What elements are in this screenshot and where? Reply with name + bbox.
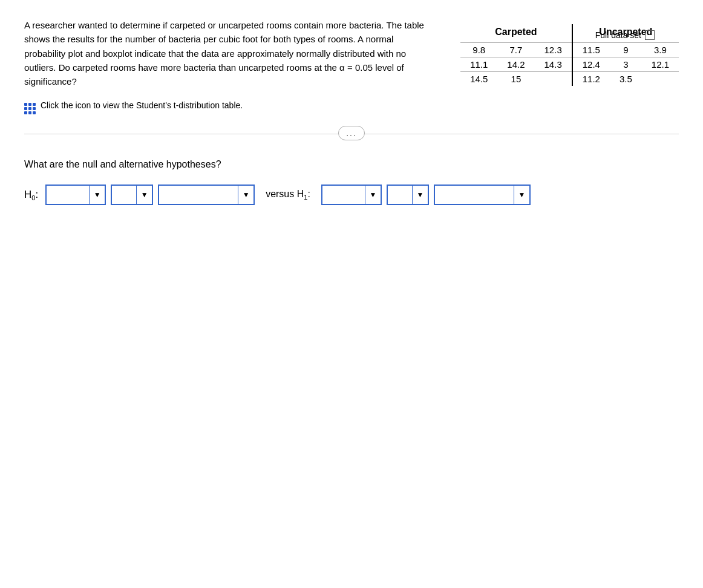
table-row: 14.5 15 11.2 3.5 [460, 72, 679, 87]
h1-dropdown-3-text [435, 192, 514, 197]
table-cell: 12.4 [572, 57, 610, 72]
full-dataset-link[interactable]: Full data set [595, 30, 655, 40]
h1-dropdown-2[interactable]: ▼ [387, 185, 429, 205]
hypothesis-row: H0: ▼ ▼ ▼ versus H1: ▼ [24, 185, 679, 205]
bottom-section: What are the null and alternative hypoth… [24, 159, 679, 205]
table-cell: 9.8 [460, 43, 497, 57]
h1-dropdown-2-arrow[interactable]: ▼ [412, 186, 428, 204]
table-cell: 12.3 [535, 43, 572, 57]
h0-subscript: 0 [31, 194, 35, 201]
problem-text: A researcher wanted to determine if carp… [24, 18, 436, 114]
table-cell: 11.5 [572, 43, 610, 57]
h0-dropdown-3-arrow[interactable]: ▼ [238, 186, 253, 204]
h0-dropdown-3[interactable]: ▼ [158, 185, 255, 205]
h0-dropdown-2[interactable]: ▼ [111, 185, 153, 205]
h1-subscript: 1 [304, 194, 307, 201]
table-cell: 15 [497, 72, 534, 87]
h0-dropdown-1[interactable]: ▼ [45, 185, 106, 205]
table-row: 9.8 7.7 12.3 11.5 9 3.9 [460, 43, 679, 57]
problem-paragraph: A researcher wanted to determine if carp… [24, 18, 436, 88]
h1-dropdown-3[interactable]: ▼ [434, 185, 531, 205]
table-cell [642, 72, 679, 87]
table-cell: 11.2 [572, 72, 610, 87]
table-cell: 3 [610, 57, 642, 72]
h0-dropdown-1-arrow[interactable]: ▼ [89, 186, 105, 204]
h0-label: H0: [24, 189, 38, 201]
h0-dropdown-3-text [159, 192, 238, 197]
h1-dropdown-3-arrow[interactable]: ▼ [514, 186, 529, 204]
h1-dropdown-1[interactable]: ▼ [321, 185, 382, 205]
table-cell: 14.2 [497, 57, 534, 72]
grid-icon[interactable] [24, 97, 36, 114]
table-cell: 3.9 [642, 43, 679, 57]
dataset-icon [645, 30, 655, 40]
h1-dropdown-1-arrow[interactable]: ▼ [365, 186, 381, 204]
divider-line-left [24, 134, 338, 134]
divider-line-right [365, 134, 679, 134]
table-cell: 14.3 [535, 57, 572, 72]
table-cell: 11.1 [460, 57, 497, 72]
table-cell: 14.5 [460, 72, 497, 87]
h1-dropdown-2-text [388, 192, 412, 197]
full-dataset-label: Full data set [595, 30, 641, 40]
table-cell: 9 [610, 43, 642, 57]
h0-dropdown-2-arrow[interactable]: ▼ [136, 186, 152, 204]
h1-dropdown-1-text [322, 192, 365, 197]
table-cell [535, 72, 572, 87]
carpeted-header: Carpeted [460, 24, 572, 43]
table-row: 11.1 14.2 14.3 12.4 3 12.1 [460, 57, 679, 72]
h0-dropdown-1-text [47, 192, 89, 197]
ellipsis-button[interactable]: ... [338, 126, 365, 140]
t-distribution-link[interactable]: Click the icon to view the Student's t-d… [41, 99, 243, 113]
table-cell: 12.1 [642, 57, 679, 72]
section-divider: ... [24, 126, 679, 141]
table-cell: 7.7 [497, 43, 534, 57]
table-cell: 3.5 [610, 72, 642, 87]
versus-label: versus H1: [266, 189, 310, 201]
h0-dropdown-2-text [112, 192, 136, 197]
question-label: What are the null and alternative hypoth… [24, 159, 679, 170]
